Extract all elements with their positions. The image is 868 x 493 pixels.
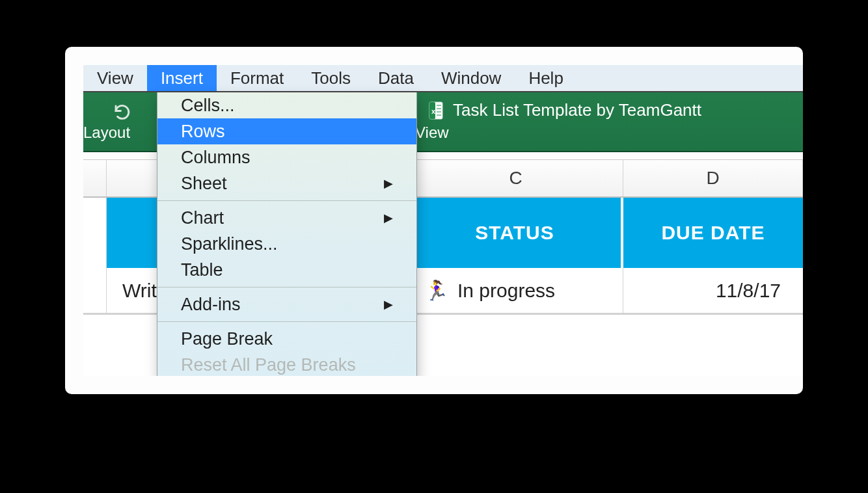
header-cell-status[interactable]: STATUS xyxy=(409,198,623,268)
header-cell-due-date[interactable]: DUE DATE xyxy=(623,198,803,268)
cell-status[interactable]: 🏃‍♀️ In progress xyxy=(409,268,623,313)
runner-icon: 🏃‍♀️ xyxy=(424,279,448,302)
menu-insert[interactable]: Insert xyxy=(147,65,217,91)
menu-tools[interactable]: Tools xyxy=(297,65,364,91)
ribbon-tab-layout[interactable]: Layout xyxy=(83,120,158,146)
menu-item-label: Rows xyxy=(181,122,225,142)
menu-window[interactable]: Window xyxy=(427,65,515,91)
menu-help[interactable]: Help xyxy=(515,65,576,91)
menu-item-columns[interactable]: Columns xyxy=(157,144,416,170)
menu-item-cells[interactable]: Cells... xyxy=(157,92,416,118)
menu-item-label: Table xyxy=(181,260,223,280)
insert-dropdown: Cells... Rows Columns Sheet ▶ Chart ▶ Sp… xyxy=(157,92,417,376)
menu-item-label: Columns xyxy=(181,148,251,168)
document-title-row: x Task List Template by TeamGantt xyxy=(428,100,701,120)
row-number-gutter[interactable] xyxy=(83,198,107,268)
menu-separator xyxy=(157,321,416,322)
menu-item-label: Sheet xyxy=(181,174,227,194)
menu-item-reset-page-breaks: Reset All Page Breaks xyxy=(157,352,416,376)
menu-data[interactable]: Data xyxy=(364,65,427,91)
submenu-arrow-icon: ▶ xyxy=(384,176,393,191)
menu-item-table[interactable]: Table xyxy=(157,257,416,283)
menu-item-label: Cells... xyxy=(181,96,235,116)
menu-item-label: Chart xyxy=(181,208,224,228)
menu-item-sparklines[interactable]: Sparklines... xyxy=(157,231,416,257)
menu-separator xyxy=(157,200,416,201)
app-viewport: View Insert Format Tools Data Window Hel… xyxy=(83,65,803,376)
submenu-arrow-icon: ▶ xyxy=(384,211,393,225)
cell-status-text: In progress xyxy=(457,280,555,302)
menu-separator xyxy=(157,287,416,287)
menubar: View Insert Format Tools Data Window Hel… xyxy=(83,65,803,92)
card-frame: View Insert Format Tools Data Window Hel… xyxy=(65,47,803,394)
row-header-corner[interactable] xyxy=(83,160,107,196)
ribbon-tab-view[interactable]: View xyxy=(415,120,462,146)
menu-item-chart[interactable]: Chart ▶ xyxy=(157,205,416,231)
menu-item-label: Add-ins xyxy=(181,295,241,315)
menu-item-sheet[interactable]: Sheet ▶ xyxy=(157,170,416,196)
menu-view[interactable]: View xyxy=(83,65,147,91)
submenu-arrow-icon: ▶ xyxy=(384,297,393,312)
menu-item-rows[interactable]: Rows xyxy=(157,118,416,144)
column-header-c[interactable]: C xyxy=(409,160,623,196)
column-header-d[interactable]: D xyxy=(623,160,803,196)
menu-item-label: Page Break xyxy=(181,329,273,349)
excel-file-icon: x xyxy=(428,101,444,120)
menu-format[interactable]: Format xyxy=(217,65,297,91)
menu-item-addins[interactable]: Add-ins ▶ xyxy=(157,291,416,317)
row-number-gutter[interactable] xyxy=(83,268,107,313)
svg-text:x: x xyxy=(431,107,436,115)
document-title: Task List Template by TeamGantt xyxy=(453,100,701,120)
menu-item-label: Reset All Page Breaks xyxy=(181,355,356,375)
cell-due-date[interactable]: 11/8/17 xyxy=(623,268,803,313)
menu-item-page-break[interactable]: Page Break xyxy=(157,326,416,352)
menu-item-label: Sparklines... xyxy=(181,234,278,254)
